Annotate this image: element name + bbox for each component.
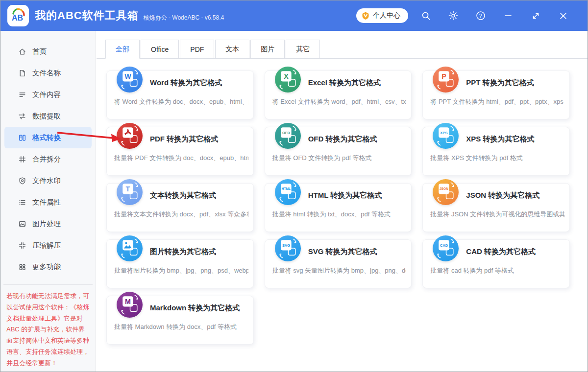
sidebar-item-merge-split[interactable]: 合并拆分 [4,148,92,170]
card-ppt-convert[interactable]: P PPT 转换为其它格式 将 PPT 文件转换为 html、pdf、ppt、p… [422,70,570,119]
card-title: OFD 转换为其它格式 [308,135,377,144]
svg-text:XPS: XPS [441,131,448,135]
more-features-icon [18,263,26,271]
sidebar-item-label: 合并拆分 [32,155,61,164]
card-markdown-convert[interactable]: M Markdown 转换为其它格式 批量将 Markdown 转换为 docx… [106,296,254,345]
sidebar-item-label: 压缩解压 [32,241,61,250]
app-title: 我的ABC软件工具箱 [35,8,139,23]
tab-text[interactable]: 文本 [215,40,249,59]
file-content-icon [18,91,26,99]
card-description: 批量将 PDF 文件转换为 doc、docx、epub、html、 [114,154,248,163]
maximize-icon[interactable] [522,12,549,20]
text-convert-icon: T [117,179,143,205]
card-description: 批量将 html 转换为 txt、docx、pdf 等格式 [272,210,407,219]
tab-other[interactable]: 其它 [286,40,320,59]
sidebar-item-label: 格式转换 [32,133,61,142]
card-description: 批量将 Markdown 转换为 docx、pdf 等格式 [114,323,248,331]
card-cad-convert[interactable]: CAD CAD 转换为其它格式 批量将 cad 转换为 pdf 等格式 [422,239,570,288]
tab-office[interactable]: Office [141,40,179,59]
search-icon[interactable] [412,11,440,21]
file-properties-icon [18,198,26,207]
title-bar: AB 我的ABC软件工具箱 核烁办公 - WodeABC - v6.58.4 个… [0,0,588,31]
svg-text:P: P [442,72,447,80]
user-center-button[interactable]: 个人中心 [356,8,408,23]
logo-text: AB [12,14,23,22]
image-process-icon [18,220,26,228]
pdf-convert-icon [117,123,143,149]
svg-text:SVG: SVG [282,243,290,248]
card-json-convert[interactable]: JSON JSON 转换为其它格式 批量将 JSON 文件转换为可视化的思维导图… [422,183,570,232]
data-extract-icon [18,112,26,120]
card-svg-convert[interactable]: SVG SVG 转换为其它格式 批量将 svg 矢量图片转换为 bmp、jpg、… [265,239,412,288]
svg-text:CAD: CAD [440,243,448,248]
compress-icon [18,241,26,250]
settings-gear-icon[interactable] [440,11,467,21]
main-content: 全部 Office PDF 文本 图片 其它 W Word 转换为其它格式 将 … [97,31,588,372]
watermark-icon [18,177,26,185]
sidebar-item-format-convert[interactable]: 格式转换 [4,127,92,148]
card-title: SVG 转换为其它格式 [308,247,377,256]
close-icon[interactable] [549,12,577,20]
sidebar-item-file-name[interactable]: 文件名称 [4,62,92,84]
card-grid: W Word 转换为其它格式 将 Word 文件转换为 doc、docx、epu… [97,59,588,345]
card-xps-convert[interactable]: XPS XPS 转换为其它格式 批量将 XPS 文件转换为 pdf 格式 [422,127,570,176]
sidebar-item-label: 数据提取 [32,112,61,121]
ppt-convert-icon: P [433,67,459,93]
card-description: 批量将 XPS 文件转换为 pdf 格式 [430,154,564,163]
app-logo: AB [7,5,29,26]
card-excel-convert[interactable]: X Excel 转换为其它格式 将 Excel 文件转换为 word、pdf、h… [265,70,412,119]
sidebar-item-file-content[interactable]: 文件内容 [4,84,92,105]
card-description: 批量将 OFD 文件转换为 pdf 等格式 [272,154,407,163]
card-text-convert[interactable]: T 文本转换为其它格式 批量将文本文件转换为 docx、pdf、xlsx 等众多… [106,183,254,232]
sidebar-item-more-features[interactable]: 更多功能 [4,256,92,278]
json-convert-icon: JSON [433,179,459,205]
tab-pdf[interactable]: PDF [180,40,214,59]
vip-badge-icon [361,11,370,20]
ofd-convert-icon: OFD [275,123,301,149]
card-title: Markdown 转换为其它格式 [150,303,240,313]
tab-all[interactable]: 全部 [105,40,140,59]
home-icon [18,47,26,56]
sidebar-item-file-properties[interactable]: 文件属性 [4,191,92,213]
app-subtitle: 核烁办公 - WodeABC - v6.58.4 [144,14,224,22]
minimize-icon[interactable] [494,12,522,20]
merge-split-icon [18,155,26,163]
card-html-convert[interactable]: HTML HTML 转换为其它格式 批量将 html 转换为 txt、docx、… [265,183,412,232]
sidebar-item-label: 文件名称 [32,69,61,78]
sidebar-item-watermark[interactable]: 文件水印 [4,170,92,191]
sidebar-item-home[interactable]: 首页 [4,41,92,62]
card-pdf-convert[interactable]: PDF 转换为其它格式 批量将 PDF 文件转换为 doc、docx、epub、… [106,127,254,176]
card-title: Word 转换为其它格式 [150,78,222,88]
file-name-icon [18,69,26,77]
card-ofd-convert[interactable]: OFD OFD 转换为其它格式 批量将 OFD 文件转换为 pdf 等格式 [265,127,412,176]
card-title: HTML 转换为其它格式 [308,191,382,200]
notice-line2: 它是对 ABC 的扩展与补充，软件界面支持简体中文和英语等多种语言、支持任务流连… [6,315,89,367]
image-convert-icon [117,235,143,261]
word-convert-icon: W [117,67,143,93]
tab-image[interactable]: 图片 [250,40,285,59]
card-title: CAD 转换为其它格式 [466,247,536,256]
excel-convert-icon: X [275,67,301,93]
app-window: { "header": { "logo_text": "AB", "app_ti… [0,0,588,372]
xps-convert-icon: XPS [433,123,459,149]
card-description: 批量将 cad 转换为 pdf 等格式 [430,266,564,275]
sidebar-item-data-extract[interactable]: 数据提取 [4,105,92,127]
sidebar-item-label: 图片处理 [32,219,61,229]
svg-text:?: ? [479,13,482,19]
sidebar: 首页 文件名称 文件内容 数据提取 格式转换 合并拆分 文件水印 文件属性 图片… [0,31,96,372]
card-image-convert[interactable]: 图片转换为其它格式 批量将图片转换为 bmp、jpg、png、psd、webp、 [106,239,254,288]
help-icon[interactable]: ? [467,11,494,21]
svg-text:OFD: OFD [282,131,291,135]
html-convert-icon: HTML [275,179,301,205]
svg-text:JSON: JSON [440,187,448,190]
sidebar-item-image-process[interactable]: 图片处理 [4,213,92,234]
svg-text:W: W [124,72,131,80]
card-word-convert[interactable]: W Word 转换为其它格式 将 Word 文件转换为 doc、docx、epu… [106,70,254,119]
sidebar-item-compress[interactable]: 压缩解压 [4,234,92,256]
svg-text:M: M [125,298,131,305]
sidebar-item-label: 文件属性 [32,198,61,207]
card-description: 批量将 JSON 文件转换为可视化的思维导图或其它格式 [430,210,564,219]
card-description: 批量将图片转换为 bmp、jpg、png、psd、webp、 [114,266,248,275]
cad-convert-icon: CAD [433,235,459,261]
card-title: XPS 转换为其它格式 [466,135,534,144]
